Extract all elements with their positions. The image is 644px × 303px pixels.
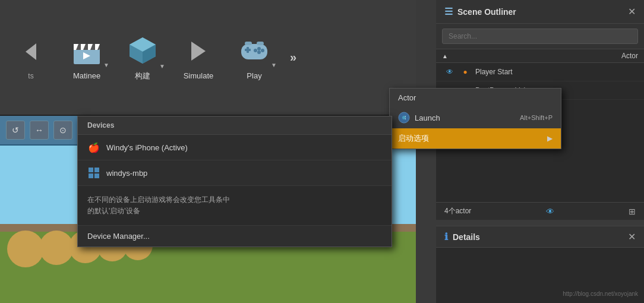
simulate-icon bbox=[182, 34, 215, 68]
svg-rect-21 bbox=[257, 42, 264, 45]
sort-actor-label: Actor bbox=[621, 52, 638, 60]
play-button[interactable]: Play ▼ bbox=[229, 30, 279, 85]
svg-rect-20 bbox=[245, 42, 252, 45]
matinee-icon bbox=[70, 34, 103, 68]
device-mbp[interactable]: windys-mbp bbox=[78, 160, 392, 186]
list-item-player-start[interactable]: 👁 ● Player Start bbox=[436, 63, 644, 81]
svg-rect-15 bbox=[247, 47, 249, 53]
launch-label: Launch bbox=[415, 113, 440, 122]
launch-shortcut: Alt+Shift+P bbox=[520, 114, 553, 121]
simulate-button[interactable]: Simulate bbox=[173, 30, 223, 85]
details-content: http://blog.csdn.net/xoyojank bbox=[436, 248, 644, 257]
svg-rect-26 bbox=[89, 173, 93, 178]
toolbar-more-button[interactable]: » bbox=[285, 45, 301, 70]
scene-outliner-footer: 4个actor 👁 ⊞ bbox=[436, 202, 644, 220]
build-icon bbox=[126, 34, 159, 67]
mbp-label: windys-mbp bbox=[106, 169, 147, 178]
launch-icon bbox=[398, 112, 410, 124]
windows-icon bbox=[87, 166, 100, 179]
devices-header: Devices bbox=[78, 116, 392, 135]
play-label: Play bbox=[247, 71, 261, 80]
circle-1 bbox=[7, 231, 44, 267]
details-title: ℹ Details bbox=[444, 231, 480, 242]
launch-options-arrow: ▶ bbox=[547, 134, 553, 143]
matinee-button[interactable]: Matinee ▼ bbox=[62, 30, 112, 85]
build-button[interactable]: 构建 ▼ bbox=[118, 29, 168, 86]
svg-rect-25 bbox=[94, 168, 99, 172]
main-toolbar: ts Matinee ▼ bbox=[0, 0, 416, 116]
watermark-text: http://blog.csdn.net/xoyojank bbox=[563, 291, 638, 297]
matinee-dropdown-arrow: ▼ bbox=[103, 62, 109, 68]
nav-icon-footer: ⊞ bbox=[629, 207, 636, 216]
play-dropdown-menu: Actor Launch Alt+Shift+P 启动选项 ▶ bbox=[389, 88, 561, 149]
scene-outliner-search-container bbox=[436, 24, 644, 49]
eye-icon-footer: 👁 bbox=[546, 207, 554, 216]
svg-marker-12 bbox=[191, 42, 206, 61]
viewport-move-btn[interactable]: ↔ bbox=[30, 121, 49, 140]
scene-outliner-title: ☰ Scene Outliner bbox=[444, 6, 516, 17]
ts-label: ts bbox=[28, 72, 33, 80]
details-panel: ℹ Details ✕ http://blog.csdn.net/xoyojan… bbox=[436, 226, 644, 303]
svg-point-16 bbox=[257, 47, 261, 50]
play-dropdown-actor[interactable]: Actor bbox=[390, 89, 561, 107]
svg-point-18 bbox=[257, 50, 261, 54]
svg-point-19 bbox=[254, 49, 257, 52]
info-icon: ℹ bbox=[444, 231, 448, 242]
device-iphone[interactable]: 🍎 Windy's iPhone (Active) bbox=[78, 135, 392, 160]
svg-point-23 bbox=[402, 116, 406, 119]
viewport-target-btn[interactable]: ⊙ bbox=[53, 121, 72, 140]
player-start-label: Player Start bbox=[475, 68, 513, 76]
devices-menu: Devices 🍎 Windy's iPhone (Active) windys… bbox=[77, 116, 392, 247]
actor-label: Actor bbox=[398, 93, 416, 102]
svg-point-17 bbox=[261, 49, 264, 52]
viewport-rotate-btn[interactable]: ↺ bbox=[6, 121, 25, 140]
sort-up-arrow: ▲ bbox=[442, 53, 448, 59]
eye-icon-1: 👁 bbox=[444, 67, 455, 77]
circle-orange-icon-1: ● bbox=[460, 67, 471, 77]
play-dropdown-launch-options[interactable]: 启动选项 ▶ bbox=[390, 128, 561, 149]
iphone-label: Windy's iPhone (Active) bbox=[106, 143, 188, 152]
play-dropdown-launch[interactable]: Launch Alt+Shift+P bbox=[390, 107, 561, 128]
svg-marker-0 bbox=[26, 43, 36, 60]
device-manager-button[interactable]: Device Manager... bbox=[78, 226, 392, 247]
list-icon: ☰ bbox=[444, 6, 453, 17]
left-arrow-icon bbox=[14, 35, 48, 68]
scene-outliner-header: ☰ Scene Outliner ✕ bbox=[436, 0, 644, 24]
simulate-label: Simulate bbox=[184, 71, 214, 80]
details-close[interactable]: ✕ bbox=[628, 231, 636, 242]
matinee-label: Matinee bbox=[73, 71, 100, 80]
svg-rect-24 bbox=[89, 168, 93, 172]
toolbar-left-arrow[interactable]: ts bbox=[6, 30, 56, 85]
devices-note: 在不同的设备上启动游戏将会改变您工具条中的默认'启动'设备 bbox=[78, 186, 392, 226]
svg-rect-27 bbox=[94, 173, 99, 178]
scene-outliner-search[interactable] bbox=[442, 29, 638, 44]
scene-outliner-sort-row: ▲ Actor bbox=[436, 49, 644, 63]
launch-options-label: 启动选项 bbox=[398, 133, 429, 144]
apple-icon: 🍎 bbox=[87, 141, 100, 154]
scene-outliner-close[interactable]: ✕ bbox=[628, 6, 636, 17]
actor-count-label: 4个actor bbox=[444, 206, 471, 216]
play-dropdown-arrow: ▼ bbox=[271, 62, 277, 68]
build-label: 构建 bbox=[135, 71, 150, 81]
play-icon bbox=[238, 34, 271, 68]
build-dropdown-arrow: ▼ bbox=[159, 63, 165, 70]
details-header: ℹ Details ✕ bbox=[436, 226, 644, 248]
